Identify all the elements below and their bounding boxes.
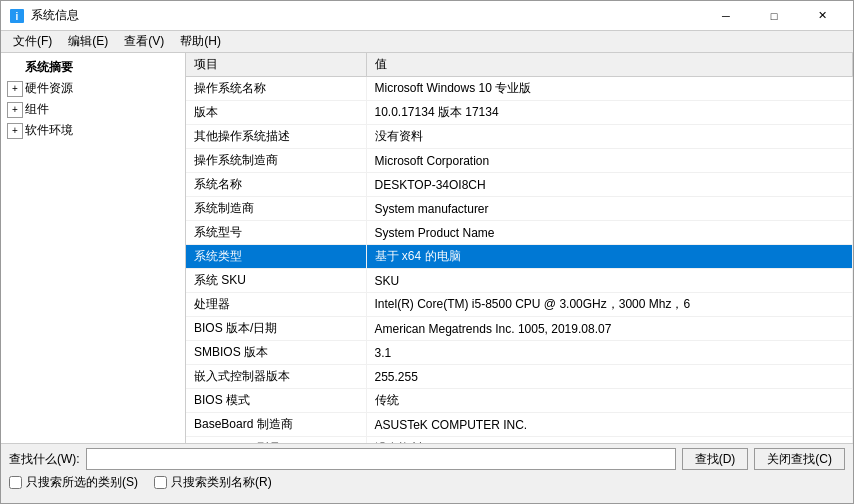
table-cell-value: Microsoft Corporation xyxy=(366,149,853,173)
table-row[interactable]: 系统制造商System manufacturer xyxy=(186,197,853,221)
table-row[interactable]: 系统型号System Product Name xyxy=(186,221,853,245)
menu-item-F[interactable]: 文件(F) xyxy=(5,31,60,52)
search-label: 查找什么(W): xyxy=(9,451,80,468)
checkbox-search-name[interactable] xyxy=(154,476,167,489)
table-cell-value: American Megatrends Inc. 1005, 2019.08.0… xyxy=(366,317,853,341)
checkbox-label-1[interactable]: 只搜索所选的类别(S) xyxy=(9,474,138,491)
table-cell-value: 255.255 xyxy=(366,365,853,389)
title-bar: i 系统信息 ─ □ ✕ xyxy=(1,1,853,31)
search-row: 查找什么(W): 查找(D) 关闭查找(C) xyxy=(9,448,845,470)
table-cell-item: 系统制造商 xyxy=(186,197,366,221)
table-cell-value: SKU xyxy=(366,269,853,293)
table-cell-item: 操作系统制造商 xyxy=(186,149,366,173)
table-row[interactable]: 系统 SKUSKU xyxy=(186,269,853,293)
table-cell-value: 基于 x64 的电脑 xyxy=(366,245,853,269)
menu-item-V[interactable]: 查看(V) xyxy=(116,31,172,52)
table-row[interactable]: BaseBoard 制造商ASUSTeK COMPUTER INC. xyxy=(186,413,853,437)
find-button[interactable]: 查找(D) xyxy=(682,448,749,470)
col-header-item: 项目 xyxy=(186,53,366,77)
sidebar-item-label: 组件 xyxy=(25,101,49,118)
info-table: 项目 值 操作系统名称Microsoft Windows 10 专业版版本10.… xyxy=(186,53,853,443)
table-cell-item: 其他操作系统描述 xyxy=(186,125,366,149)
table-row[interactable]: 系统类型基于 x64 的电脑 xyxy=(186,245,853,269)
main-window: i 系统信息 ─ □ ✕ 文件(F)编辑(E)查看(V)帮助(H) 系统摘要+硬… xyxy=(0,0,854,504)
checkbox-label-2[interactable]: 只搜索类别名称(R) xyxy=(154,474,272,491)
checkbox-row: 只搜索所选的类别(S) 只搜索类别名称(R) xyxy=(9,474,845,491)
svg-text:i: i xyxy=(16,11,19,22)
checkbox-search-category[interactable] xyxy=(9,476,22,489)
main-content: 系统摘要+硬件资源+组件+软件环境 项目 值 操作系统名称Microsoft W… xyxy=(1,53,853,443)
search-input[interactable] xyxy=(86,448,676,470)
menu-item-H[interactable]: 帮助(H) xyxy=(172,31,229,52)
table-cell-value: Microsoft Windows 10 专业版 xyxy=(366,77,853,101)
table-cell-item: 版本 xyxy=(186,101,366,125)
app-icon: i xyxy=(9,8,25,24)
sidebar-item-label: 系统摘要 xyxy=(25,59,73,76)
table-cell-value: DESKTOP-34OI8CH xyxy=(366,173,853,197)
window-controls: ─ □ ✕ xyxy=(703,1,845,31)
menu-bar: 文件(F)编辑(E)查看(V)帮助(H) xyxy=(1,31,853,53)
table-row[interactable]: 其他操作系统描述没有资料 xyxy=(186,125,853,149)
table-row[interactable]: BIOS 模式传统 xyxy=(186,389,853,413)
tree-expand-icon[interactable]: + xyxy=(7,123,23,139)
close-button[interactable]: ✕ xyxy=(799,1,845,31)
close-find-button[interactable]: 关闭查找(C) xyxy=(754,448,845,470)
table-row[interactable]: 处理器Intel(R) Core(TM) i5-8500 CPU @ 3.00G… xyxy=(186,293,853,317)
table-cell-value: 传统 xyxy=(366,389,853,413)
table-cell-item: 处理器 xyxy=(186,293,366,317)
table-cell-item: 系统名称 xyxy=(186,173,366,197)
table-cell-item: 系统型号 xyxy=(186,221,366,245)
table-cell-value: 3.1 xyxy=(366,341,853,365)
tree-expand-icon[interactable]: + xyxy=(7,102,23,118)
sidebar-item-0[interactable]: 系统摘要 xyxy=(1,57,185,78)
table-row[interactable]: 操作系统制造商Microsoft Corporation xyxy=(186,149,853,173)
table-cell-item: 嵌入式控制器版本 xyxy=(186,365,366,389)
table-row[interactable]: 操作系统名称Microsoft Windows 10 专业版 xyxy=(186,77,853,101)
sidebar: 系统摘要+硬件资源+组件+软件环境 xyxy=(1,53,186,443)
tree-expand-icon[interactable]: + xyxy=(7,81,23,97)
table-cell-item: 系统 SKU xyxy=(186,269,366,293)
table-row[interactable]: 版本10.0.17134 版本 17134 xyxy=(186,101,853,125)
table-cell-value: 没有资料 xyxy=(366,125,853,149)
table-cell-value: System manufacturer xyxy=(366,197,853,221)
menu-item-E[interactable]: 编辑(E) xyxy=(60,31,116,52)
sidebar-item-1[interactable]: +硬件资源 xyxy=(1,78,185,99)
table-row[interactable]: 嵌入式控制器版本255.255 xyxy=(186,365,853,389)
sidebar-item-3[interactable]: +软件环境 xyxy=(1,120,185,141)
table-cell-item: 操作系统名称 xyxy=(186,77,366,101)
minimize-button[interactable]: ─ xyxy=(703,1,749,31)
table-cell-value: ASUSTeK COMPUTER INC. xyxy=(366,413,853,437)
table-cell-item: BIOS 版本/日期 xyxy=(186,317,366,341)
table-area[interactable]: 项目 值 操作系统名称Microsoft Windows 10 专业版版本10.… xyxy=(186,53,853,443)
bottom-bar: 查找什么(W): 查找(D) 关闭查找(C) 只搜索所选的类别(S) 只搜索类别… xyxy=(1,443,853,503)
sidebar-item-label: 软件环境 xyxy=(25,122,73,139)
table-cell-item: 系统类型 xyxy=(186,245,366,269)
table-cell-item: BaseBoard 制造商 xyxy=(186,413,366,437)
table-cell-value: Intel(R) Core(TM) i5-8500 CPU @ 3.00GHz，… xyxy=(366,293,853,317)
table-row[interactable]: 系统名称DESKTOP-34OI8CH xyxy=(186,173,853,197)
table-row[interactable]: BIOS 版本/日期American Megatrends Inc. 1005,… xyxy=(186,317,853,341)
sidebar-item-2[interactable]: +组件 xyxy=(1,99,185,120)
col-header-value: 值 xyxy=(366,53,853,77)
sidebar-item-label: 硬件资源 xyxy=(25,80,73,97)
table-cell-item: BIOS 模式 xyxy=(186,389,366,413)
table-cell-value: System Product Name xyxy=(366,221,853,245)
table-cell-item: SMBIOS 版本 xyxy=(186,341,366,365)
table-row[interactable]: SMBIOS 版本3.1 xyxy=(186,341,853,365)
table-cell-value: 10.0.17134 版本 17134 xyxy=(366,101,853,125)
window-title: 系统信息 xyxy=(31,7,703,24)
maximize-button[interactable]: □ xyxy=(751,1,797,31)
